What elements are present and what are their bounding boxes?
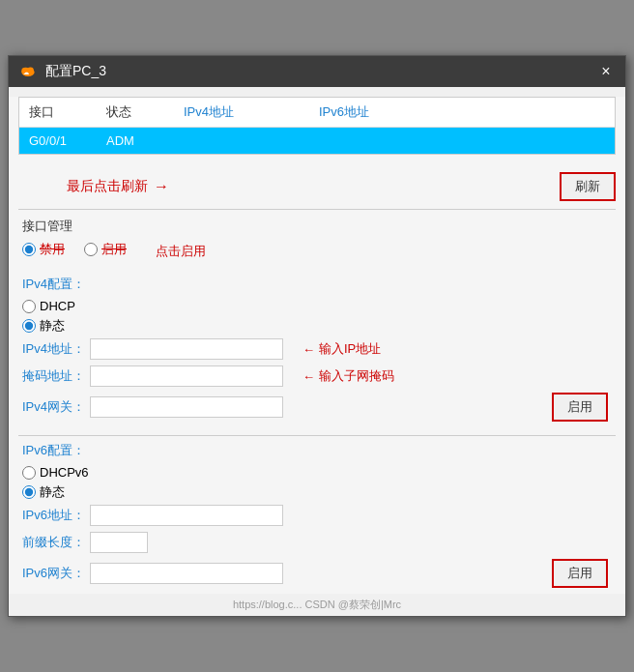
cloud-icon: ☁ — [18, 62, 38, 81]
static-radio[interactable] — [22, 319, 36, 333]
ipv4-apply-button[interactable]: 启用 — [552, 393, 608, 422]
cell-interface: G0/0/1 — [29, 133, 106, 148]
refresh-row: 最后点击刷新 → 刷新 — [9, 164, 625, 209]
ipv4-config-section: IPv4配置： DHCP 静态 IPv4地址： ← 输入IP地 — [9, 270, 625, 427]
ipv6-gw-row: IPv6网关： — [22, 563, 283, 584]
enable-label: 启用 — [101, 241, 127, 258]
ipv4-addr-row: IPv4地址： ← 输入IP地址 — [22, 338, 612, 360]
arrow-left-mask: ← — [303, 369, 315, 384]
enable-annotation: 点击启用 — [156, 243, 206, 260]
mask-annotation-text: 输入子网掩码 — [319, 367, 394, 385]
ipv6-static-radio[interactable] — [22, 485, 36, 499]
mask-label: 掩码地址： — [22, 367, 90, 385]
ipv6-apply-button[interactable]: 启用 — [552, 559, 608, 588]
table-row[interactable]: G0/0/1 ADM — [19, 128, 615, 154]
interface-management-section: 接口管理 禁用 启用 点击启用 — [9, 210, 625, 270]
ipv6-dhcp-group: DHCPv6 — [22, 465, 612, 480]
col-ipv4: IPv4地址 — [184, 103, 319, 121]
ipv4-addr-label: IPv4地址： — [22, 340, 90, 358]
ipv6-static-group: 静态 — [22, 483, 612, 501]
ipv6-addr-label: IPv6地址： — [22, 507, 90, 524]
dhcp-option[interactable]: DHCP — [22, 299, 75, 313]
refresh-label-text: 最后点击刷新 — [67, 178, 148, 195]
watermark: https://blog.c... CSDN @蔡荣创|Mrc — [9, 594, 625, 616]
content-area: 接口 状态 IPv4地址 IPv6地址 G0/0/1 ADM 最后点击刷新 → … — [9, 97, 625, 616]
ipv6-addr-row: IPv6地址： — [22, 505, 612, 526]
ipv4-mode-group: DHCP — [22, 299, 612, 313]
ipv6-config-section: IPv6配置： DHCPv6 静态 IPv6地址： 前缀长度 — [9, 436, 625, 594]
interface-table: 接口 状态 IPv4地址 IPv6地址 G0/0/1 ADM — [18, 97, 616, 155]
col-interface: 接口 — [29, 103, 106, 121]
ipv6-gw-row-wrapper: IPv6网关： 启用 — [22, 559, 612, 588]
table-header: 接口 状态 IPv4地址 IPv6地址 — [19, 98, 615, 128]
ipv6-addr-input[interactable] — [90, 505, 283, 526]
mask-input[interactable] — [90, 365, 283, 387]
prefix-label: 前缀长度： — [22, 534, 90, 551]
dhcp-radio[interactable] — [22, 300, 36, 313]
dhcp-label: DHCP — [40, 299, 75, 313]
ip-annotation: ← 输入IP地址 — [303, 340, 381, 358]
prefix-input[interactable] — [90, 532, 148, 553]
static-label: 静态 — [40, 317, 65, 335]
enable-disable-group: 禁用 启用 — [22, 241, 127, 258]
enable-radio[interactable] — [84, 243, 98, 256]
window-title: 配置PC_3 — [45, 63, 106, 80]
ipv6-gw-input[interactable] — [90, 563, 283, 584]
ipv6-static-option[interactable]: 静态 — [22, 483, 65, 501]
ipv4-title: IPv4配置： — [22, 276, 612, 293]
arrow-icon: → — [154, 178, 169, 195]
title-bar-left: ☁ 配置PC_3 — [18, 62, 106, 81]
ipv6-static-label: 静态 — [40, 483, 65, 501]
dhcpv6-option[interactable]: DHCPv6 — [22, 465, 89, 480]
disable-label: 禁用 — [40, 241, 65, 258]
mask-annotation: ← 输入子网掩码 — [303, 367, 394, 385]
prefix-row: 前缀长度： — [22, 532, 612, 553]
ipv6-gw-label: IPv6网关： — [22, 565, 90, 582]
title-bar: ☁ 配置PC_3 × — [9, 56, 625, 87]
ipv4-gw-label: IPv4网关： — [22, 398, 90, 416]
enable-option[interactable]: 启用 — [84, 241, 127, 258]
svg-text:☁: ☁ — [23, 70, 29, 75]
disable-radio[interactable] — [22, 243, 36, 256]
gw-row-wrapper: IPv4网关： 启用 — [22, 393, 612, 422]
ipv4-static-group: 静态 — [22, 317, 612, 335]
mask-row: 掩码地址： ← 输入子网掩码 — [22, 365, 612, 387]
static-option[interactable]: 静态 — [22, 317, 65, 335]
col-ipv6: IPv6地址 — [319, 103, 605, 121]
refresh-button[interactable]: 刷新 — [560, 172, 616, 201]
dhcpv6-radio[interactable] — [22, 466, 36, 480]
close-button[interactable]: × — [596, 62, 616, 81]
main-window: ☁ 配置PC_3 × 接口 状态 IPv4地址 IPv6地址 G0/0/1 AD… — [8, 55, 626, 617]
ipv4-gw-input[interactable] — [90, 396, 283, 418]
col-status: 状态 — [106, 103, 184, 121]
ip-annotation-text: 输入IP地址 — [319, 340, 381, 358]
ipv6-title: IPv6配置： — [22, 442, 612, 459]
arrow-left-ip: ← — [303, 342, 315, 357]
cell-ipv6 — [319, 133, 605, 148]
disable-option[interactable]: 禁用 — [22, 241, 65, 258]
ipv4-addr-input[interactable] — [90, 338, 283, 360]
ipv4-gw-row: IPv4网关： — [22, 396, 283, 418]
dhcpv6-label: DHCPv6 — [40, 465, 89, 480]
interface-management-title: 接口管理 — [22, 218, 612, 235]
cell-ipv4 — [184, 133, 319, 148]
cell-status: ADM — [106, 133, 184, 148]
refresh-annotation: 最后点击刷新 → — [67, 178, 169, 195]
